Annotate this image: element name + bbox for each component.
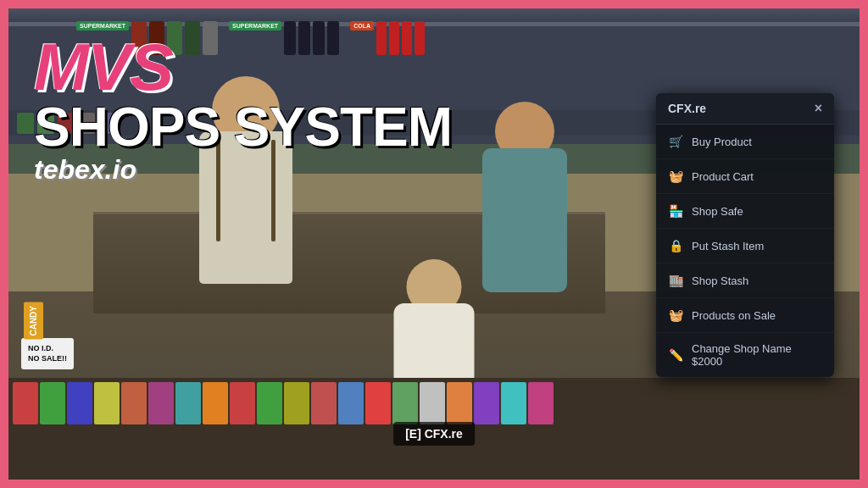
no-id-sign: NO I.D.NO SALE!!	[21, 338, 74, 369]
menu-item-shop-stash[interactable]: 🏬 Shop Stash	[656, 263, 834, 298]
candy-sign: CANDY	[24, 302, 43, 340]
put-stash-icon: 🔒	[668, 238, 683, 253]
products-sale-icon: 🧺	[668, 308, 683, 323]
shelf-sign-supermarket-2: SUPERMARKET	[229, 21, 281, 30]
mag-item	[175, 382, 201, 424]
menu-item-put-stash-item[interactable]: 🔒 Put Stash Item	[656, 229, 834, 263]
menu-item-change-shop-name[interactable]: ✏️ Change Shop Name $2000	[656, 333, 834, 377]
mag-item	[67, 382, 92, 424]
menu-item-products-on-sale[interactable]: 🧺 Products on Sale	[656, 298, 834, 333]
menu-item-buy-product[interactable]: 🛒 Buy Product	[656, 125, 834, 159]
shop-stash-icon: 🏬	[668, 273, 683, 288]
mag-item	[311, 382, 337, 424]
e-prompt: [E] CFX.re	[393, 422, 475, 446]
char-body	[482, 148, 567, 292]
context-menu: CFX.re × 🛒 Buy Product 🧺 Product Cart 🏪 …	[656, 93, 834, 377]
shop-safe-icon: 🏪	[668, 203, 683, 219]
game-container: SUPERMARKET SUPERMARKET COLA	[8, 8, 860, 480]
menu-item-label: Product Cart	[692, 170, 754, 183]
mag-item	[501, 382, 526, 424]
website-label: tebex.io	[34, 154, 452, 186]
mag-item	[338, 382, 364, 424]
menu-item-label: Shop Safe	[692, 205, 743, 218]
mag-item	[392, 382, 418, 424]
mag-item	[40, 382, 65, 424]
change-name-icon: ✏️	[668, 347, 683, 363]
mag-item	[365, 382, 391, 424]
mag-item	[203, 382, 228, 424]
mag-item	[13, 382, 38, 424]
menu-item-label: Products on Sale	[692, 309, 776, 322]
menu-header: CFX.re ×	[656, 93, 834, 125]
menu-item-label: Shop Stash	[692, 274, 748, 287]
mag-item	[148, 382, 174, 424]
mag-item	[284, 382, 309, 424]
character-right	[478, 102, 580, 305]
mag-item	[447, 382, 472, 424]
mag-item	[121, 382, 147, 424]
buy-product-icon: 🛒	[668, 134, 683, 149]
mag-item	[528, 382, 554, 424]
close-button[interactable]: ×	[815, 102, 822, 115]
brand-title: MVS	[34, 34, 452, 100]
menu-item-label: Put Stash Item	[692, 240, 764, 252]
mag-item	[420, 382, 445, 424]
shops-subtitle: SHOPS SYSTEM	[34, 100, 452, 154]
menu-item-label: Change Shop Name $2000	[692, 342, 822, 368]
mag-item	[94, 382, 120, 424]
shelf-item	[17, 113, 34, 134]
menu-item-label: Buy Product	[692, 136, 752, 148]
mag-item	[230, 382, 255, 424]
shelf-sign-cola: COLA	[350, 21, 374, 30]
mag-item	[474, 382, 499, 424]
overlay-text: MVS SHOPS SYSTEM tebex.io	[34, 34, 452, 186]
menu-title: CFX.re	[668, 102, 706, 115]
menu-item-shop-safe[interactable]: 🏪 Shop Safe	[656, 194, 834, 229]
product-cart-icon: 🧺	[668, 169, 683, 184]
menu-item-product-cart[interactable]: 🧺 Product Cart	[656, 159, 834, 194]
outer-border: SUPERMARKET SUPERMARKET COLA	[0, 0, 868, 488]
mag-item	[257, 382, 282, 424]
